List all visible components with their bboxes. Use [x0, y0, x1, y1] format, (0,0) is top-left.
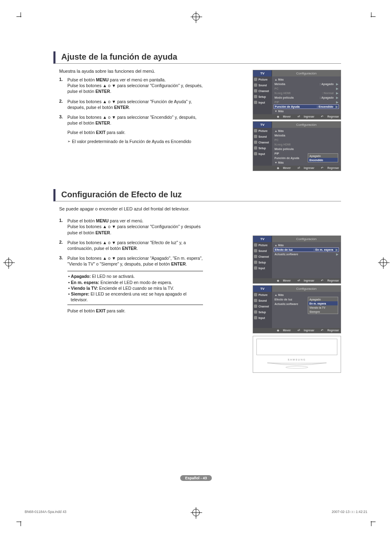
registration-mark	[192, 509, 200, 516]
sound-icon	[254, 135, 257, 138]
page-number-badge: Español - 43	[180, 475, 212, 481]
osd-popup: Apagado Encendido	[308, 153, 338, 162]
osd-title: Configuración	[272, 70, 341, 76]
channel-icon	[254, 255, 257, 258]
osd-sidebar: Picture Sound Channel Setup Input	[253, 76, 272, 114]
footer-timestamp: 2007-02-13 □□ 1:42:21	[332, 510, 367, 514]
registration-mark	[192, 13, 200, 21]
osd-screenshots-2: TVConfiguración Picture Sound Channel Se…	[253, 236, 341, 373]
section-title: Ajuste de la función de ayuda	[61, 51, 341, 63]
step-text: Pulse los botones ▲ o ▼ para seleccionar…	[67, 114, 207, 126]
default-note: ➣ El valor predeterminado de la Función …	[67, 139, 207, 144]
channel-icon	[254, 305, 257, 308]
crop-mark	[16, 12, 26, 22]
input-icon	[254, 152, 257, 155]
manual-page: Ajuste de la función de ayuda Muestra la…	[25, 16, 367, 522]
sound-icon	[254, 83, 257, 87]
osd-screenshots-1: TVConfiguración Picture Sound Channel Se…	[253, 70, 341, 173]
tv-stand-icon	[265, 362, 328, 370]
picture-icon	[254, 293, 257, 296]
osd-main: ▲ Más Melodía: Apagado▶ PC▶ N.neg HDMI: …	[272, 76, 341, 114]
picture-icon	[254, 78, 257, 81]
exit-note: Pulse el botón EXIT para salir.	[67, 308, 207, 313]
options-box: • Apagado: El LED no se activará. • En m…	[67, 271, 203, 305]
setup-icon	[254, 95, 257, 98]
setup-icon	[254, 261, 257, 264]
channel-icon	[254, 89, 257, 92]
registration-mark	[5, 259, 12, 266]
tv-brand: SAMSUNG	[253, 358, 341, 361]
osd-panel: TVConfiguración Picture Sound Channel Se…	[253, 70, 341, 120]
input-icon	[254, 266, 257, 270]
step-text: Pulse los botones ▲ o ▼ para seleccionar…	[67, 255, 207, 267]
crop-mark	[366, 12, 376, 22]
step-text: Pulse los botones ▲ o ▼ para seleccionar…	[67, 99, 207, 110]
section-title: Configuración de Efecto de luz	[61, 189, 341, 201]
picture-icon	[254, 129, 257, 132]
crop-mark	[366, 516, 376, 526]
registration-mark	[380, 259, 387, 266]
osd-panel: TVConfiguración Picture Sound Channel Se…	[253, 285, 341, 333]
svg-point-0	[286, 366, 308, 368]
tv-illustration: SAMSUNG	[253, 336, 341, 373]
osd-panel: TVConfiguración Picture Sound Channel Se…	[253, 121, 341, 171]
sound-icon	[254, 249, 257, 252]
sound-icon	[254, 299, 257, 302]
osd-footer: ◆ Mover⏎ Ingresar↶ Regresar	[253, 114, 341, 119]
input-icon	[254, 101, 257, 104]
setup-icon	[254, 310, 257, 314]
step-text: Pulse el botón MENU para ver el menú.Pul…	[67, 218, 207, 236]
section-intro: Se puede apagar o encender el LED azul d…	[59, 206, 341, 211]
footer-filename: BN68-01184A-Spa.indd 43	[25, 510, 67, 514]
exit-note: Pulse el botón EXIT para salir.	[67, 130, 207, 135]
channel-icon	[254, 141, 257, 144]
osd-tv-label: TV	[253, 70, 272, 76]
picture-icon	[254, 243, 257, 247]
input-icon	[254, 316, 257, 319]
step-text: Pulse el botón MENU para ver el menú en …	[67, 77, 207, 95]
setup-icon	[254, 146, 257, 150]
crop-mark	[16, 516, 26, 526]
step-text: Pulse los botones ▲ o ▼ para seleccionar…	[67, 240, 207, 251]
osd-panel: TVConfiguración Picture Sound Channel Se…	[253, 236, 341, 284]
osd-popup: Apagado En m. espera Viendo la TV Siempr…	[308, 297, 338, 314]
